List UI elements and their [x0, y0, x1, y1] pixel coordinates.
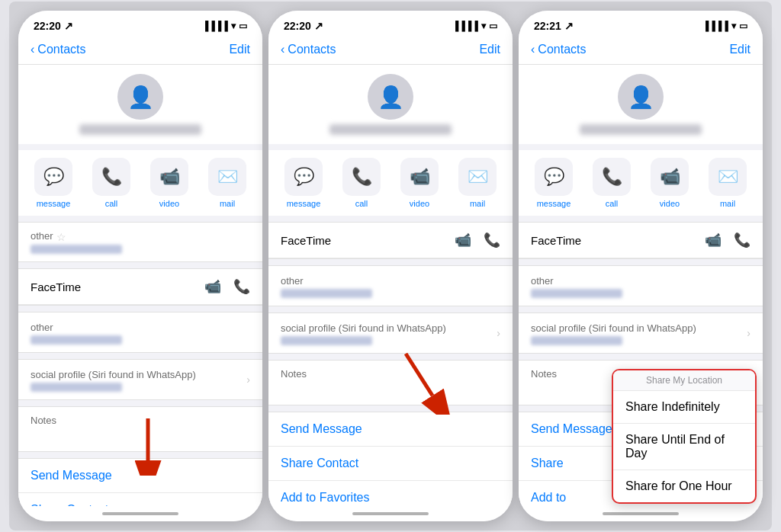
share-contact-btn-2[interactable]: Share Contact	[268, 447, 513, 481]
facetime-section-2: FaceTime 📹 📞	[268, 222, 513, 259]
time-2: 22:20 ↗	[284, 20, 323, 32]
social-blur-2	[281, 336, 372, 345]
notes-section-2: Notes	[268, 360, 513, 405]
facetime-video-icon-2[interactable]: 📹	[455, 232, 471, 248]
message-button-1[interactable]: 💬 message	[27, 158, 79, 208]
send-message-btn-2[interactable]: Send Message	[268, 412, 513, 447]
screen-2: 22:20 ↗ ▐▐▐▐ ▾ ▭ ‹ Contacts Edit 👤	[268, 11, 513, 521]
contact-name-3	[580, 124, 702, 135]
mail-icon-1: ✉️	[208, 158, 246, 196]
dropdown-header: Share My Location	[613, 370, 755, 391]
avatar-2: 👤	[368, 74, 413, 120]
other-row-3: other	[519, 266, 763, 306]
social-section-2[interactable]: social profile (Siri found in WhatsApp) …	[268, 312, 513, 354]
battery-icon-3: ▭	[739, 21, 747, 31]
mail-icon-2: ✉️	[458, 158, 497, 196]
other-star-section-1: other ☆	[18, 222, 262, 262]
share-indefinitely-option[interactable]: Share Indefinitely	[613, 391, 755, 424]
other-value-blur-1	[31, 245, 122, 254]
home-bar-3	[603, 512, 679, 515]
social-row-3[interactable]: social profile (Siri found in WhatsApp) …	[519, 313, 763, 353]
message-button-3[interactable]: 💬 message	[528, 158, 580, 208]
facetime-row-2[interactable]: FaceTime 📹 📞	[268, 223, 513, 258]
other-section-1: other	[18, 312, 262, 353]
social-row-2[interactable]: social profile (Siri found in WhatsApp) …	[268, 313, 513, 353]
message-button-2[interactable]: 💬 message	[278, 158, 329, 208]
contacts-back-label-3: Contacts	[538, 43, 586, 56]
contacts-back-label-1: Contacts	[37, 43, 85, 56]
status-icons-2: ▐▐▐▐ ▾ ▭	[452, 21, 497, 31]
edit-button-1[interactable]: Edit	[229, 43, 250, 56]
nav-bar-3: ‹ Contacts Edit	[519, 37, 763, 65]
facetime-row-3[interactable]: FaceTime 📹 📞	[519, 223, 763, 258]
call-button-1[interactable]: 📞 call	[85, 158, 137, 208]
other-email-blur-2	[281, 289, 372, 298]
share-contact-btn-1[interactable]: Share Contact	[18, 493, 262, 506]
facetime-icons-3: 📹 📞	[705, 232, 750, 248]
screen-3: 22:21 ↗ ▐▐▐▐ ▾ ▭ ‹ Contacts Edit 👤	[519, 11, 763, 521]
call-button-2[interactable]: 📞 call	[336, 158, 387, 208]
send-message-btn-1[interactable]: Send Message	[18, 459, 262, 493]
share-one-hour-option[interactable]: Share for One Hour	[613, 470, 755, 502]
social-label-2: social profile (Siri found in WhatsApp)	[281, 322, 446, 334]
social-section-1[interactable]: social profile (Siri found in WhatsApp) …	[18, 359, 262, 400]
social-label-3: social profile (Siri found in WhatsApp)	[531, 322, 696, 334]
back-button-1[interactable]: ‹ Contacts	[31, 43, 85, 56]
facetime-label-3: FaceTime	[531, 234, 581, 247]
action-list-2: Send Message Share Contact Add to Favori…	[268, 412, 513, 506]
video-button-2[interactable]: 📹 video	[394, 158, 445, 208]
battery-icon: ▭	[239, 21, 247, 31]
facetime-video-icon-1[interactable]: 📹	[204, 278, 221, 295]
edit-button-3[interactable]: Edit	[729, 43, 750, 56]
facetime-video-icon-3[interactable]: 📹	[705, 232, 722, 248]
back-button-3[interactable]: ‹ Contacts	[531, 43, 586, 56]
add-to-favorites-btn-2[interactable]: Add to Favorites	[268, 481, 513, 506]
contact-name-1	[79, 124, 201, 135]
chevron-right-icon-3: ›	[747, 327, 750, 339]
content-scroll-1[interactable]: 👤 💬 message 📞 call 📹 video ✉️	[18, 65, 262, 506]
edit-button-2[interactable]: Edit	[479, 43, 500, 56]
facetime-section-3: FaceTime 📹 📞	[519, 222, 763, 259]
mail-icon-3: ✉️	[709, 158, 747, 196]
notes-label-1: Notes	[31, 415, 250, 426]
nav-bar-2: ‹ Contacts Edit	[268, 37, 513, 65]
facetime-phone-icon-3[interactable]: 📞	[734, 232, 750, 248]
avatar-3: 👤	[618, 74, 664, 120]
call-button-3[interactable]: 📞 call	[586, 158, 638, 208]
social-section-3[interactable]: social profile (Siri found in WhatsApp) …	[519, 312, 763, 354]
facetime-phone-icon-1[interactable]: 📞	[233, 278, 250, 295]
home-bar-2	[352, 512, 429, 515]
call-icon-1: 📞	[92, 158, 130, 196]
time-1: 22:20 ↗	[34, 20, 73, 32]
call-label-2: call	[355, 199, 368, 208]
call-label-1: call	[105, 199, 118, 208]
back-button-2[interactable]: ‹ Contacts	[281, 43, 336, 56]
wifi-icon-3: ▾	[731, 21, 736, 31]
status-bar-2: 22:20 ↗ ▐▐▐▐ ▾ ▭	[268, 11, 513, 37]
other-star-label-1: other	[31, 230, 53, 242]
message-icon-2: 💬	[284, 158, 323, 196]
mail-label-3: mail	[720, 199, 735, 208]
status-icons-1: ▐▐▐▐ ▾ ▭	[202, 21, 247, 31]
chevron-right-icon-2: ›	[497, 327, 500, 339]
video-button-1[interactable]: 📹 video	[143, 158, 195, 208]
facetime-label-1: FaceTime	[31, 280, 81, 293]
chevron-right-icon-1: ›	[246, 373, 250, 386]
avatar-section-2: 👤	[268, 65, 513, 144]
mail-button-3[interactable]: ✉️ mail	[702, 158, 754, 208]
video-button-3[interactable]: 📹 video	[644, 158, 696, 208]
share-end-of-day-option[interactable]: Share Until End of Day	[613, 424, 755, 470]
avatar-section-1: 👤	[18, 65, 262, 144]
facetime-phone-icon-2[interactable]: 📞	[484, 232, 500, 248]
facetime-row-1[interactable]: FaceTime 📹 📞	[18, 269, 262, 305]
call-icon-2: 📞	[342, 158, 381, 196]
video-label-1: video	[159, 199, 179, 208]
mail-button-1[interactable]: ✉️ mail	[201, 158, 253, 208]
social-row-1[interactable]: social profile (Siri found in WhatsApp) …	[18, 360, 262, 399]
other-section-2: other	[268, 265, 513, 306]
home-indicator-3	[519, 506, 763, 521]
mail-button-2[interactable]: ✉️ mail	[452, 158, 503, 208]
other-row-2: other	[268, 266, 513, 306]
content-scroll-2[interactable]: 👤 💬 message 📞 call 📹 video ✉️	[268, 65, 513, 506]
facetime-icons-2: 📹 📞	[455, 232, 500, 248]
